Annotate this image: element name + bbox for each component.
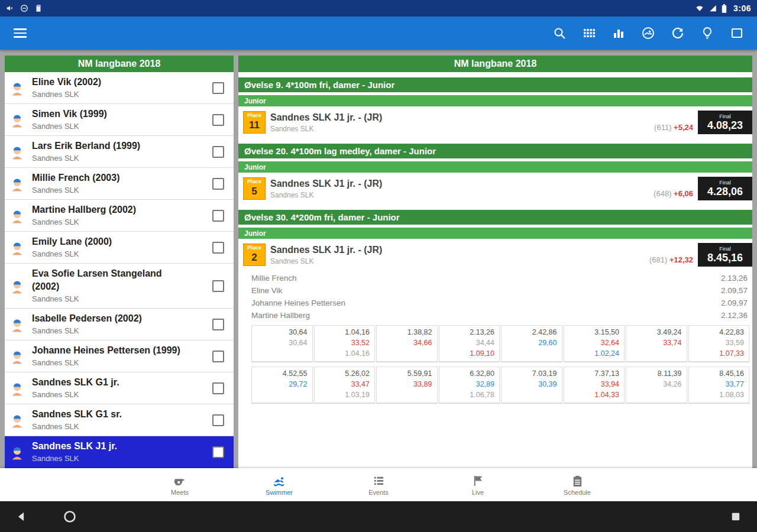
result-row[interactable]: Place 2 Sandnes SLK J1 jr. - (JR) Sandne… [238,239,752,271]
split-value: 33,94 [569,379,620,390]
square-outline-icon[interactable] [725,21,749,45]
battery-icon [722,4,727,13]
swimmer-text: Isabelle Pedersen (2002) Sandnes SLK [32,312,190,336]
swimmer-list-item[interactable]: Eline Vik (2002) Sandnes SLK [5,72,234,104]
swimmer-name: Simen Vik (1999) [32,108,190,121]
swimmer-club: Sandnes SLK [32,89,190,100]
back-icon[interactable] [9,505,33,528]
swimmer-checkbox[interactable] [212,382,224,394]
swimmer-club: Sandnes SLK [32,184,190,196]
swimmer-checkbox[interactable] [212,242,224,254]
swimmer-list-item[interactable]: Emily Lane (2000) Sandnes SLK [5,232,234,264]
split-value: 30,39 [506,379,557,390]
swimmer-list-item[interactable]: Simen Vik (1999) Sandnes SLK [5,104,234,136]
swimmer-club: Sandnes SLK [32,357,190,368]
swimmer-club: Sandnes SLK [32,389,190,400]
swimmer-text: Johanne Heines Pettersen (1999) Sandnes … [32,344,190,368]
grid-icon[interactable] [577,21,601,45]
split-value: 1.02,24 [569,348,620,359]
relay-leg-time: 2.09,97 [721,297,748,309]
result-row[interactable]: Place 5 Sandnes SLK J1 jr. - (JR) Sandne… [238,173,752,205]
points-value: (611) [654,123,671,132]
split-value: 5.26,02 [319,368,370,379]
nav-item-swimmer[interactable]: Swimmer [229,468,329,501]
bottom-navigation: MeetsSwimmerEventsLiveSchedule [0,468,757,501]
swimmer-list-item[interactable]: Lars Erik Berland (1999) Sandnes SLK [5,136,234,168]
split-value: 7.37,13 [569,368,620,379]
final-time: 8.45,16 [707,252,743,264]
swimmer-circle-icon[interactable] [636,21,660,45]
split-value: 7.03,19 [506,368,557,379]
swimmer-checkbox[interactable] [212,280,224,292]
split-value: 4.22,83 [694,327,745,338]
swimmer-checkbox[interactable] [212,210,224,222]
status-bar: 3:06 [0,0,757,17]
swimmer-list-item[interactable]: Millie French (2003) Sandnes SLK [5,168,234,200]
swimmer-club: Sandnes SLK [32,453,190,464]
result-row[interactable]: Place 11 Sandnes SLK J1 jr. - (JR) Sandn… [238,106,752,138]
search-icon[interactable] [548,21,571,45]
swimmer-checkbox[interactable] [212,146,224,158]
split-table: 4.52,5529,725.26,0233,471.03,195.59,9133… [251,366,749,403]
swimmer-checkbox[interactable] [212,178,224,190]
swimmer-list-item[interactable]: Sandnes SLK J1 jr. Sandnes SLK [5,436,234,468]
event-header[interactable]: Øvelse 30. 4*200m fri, damer - Junior [238,210,752,225]
event-section: Øvelse 9. 4*100m fri, damer - Junior Jun… [238,77,752,138]
swimmer-text: Eva Sofie Larsen Stangeland (2002) Sandn… [32,267,190,304]
relay-legs: Millie French2.13,26Eline Vik2.09,57Joha… [251,272,748,322]
split-value: 1.04,33 [569,390,620,400]
swimmer-name: Sandnes SLK G1 sr. [32,408,190,421]
age-group-bar: Junior [238,228,752,239]
split-value: 29,60 [506,338,557,348]
split-value: 29,72 [257,379,308,390]
swimmer-list-item[interactable]: Eva Sofie Larsen Stangeland (2002) Sandn… [5,264,234,309]
place-number: 5 [251,185,257,198]
swimmer-checkbox[interactable] [212,446,224,458]
split-value: 33,59 [694,338,745,348]
swimmer-list-item[interactable]: Isabelle Pedersen (2002) Sandnes SLK [5,309,234,340]
swimmer-checkbox[interactable] [212,319,224,330]
swimmer-list[interactable]: Eline Vik (2002) Sandnes SLK Simen Vik (… [5,72,234,468]
nav-item-schedule[interactable]: Schedule [528,468,627,501]
swimmer-list-item[interactable]: Martine Hallberg (2002) Sandnes SLK [5,200,234,232]
split-value: 1.04,16 [319,348,370,359]
home-icon[interactable] [58,505,82,528]
result-details: Millie French2.13,26Eline Vik2.09,57Joha… [238,272,752,403]
final-time: 4.28,06 [707,186,743,197]
swimmer-club: Sandnes SLK [32,216,190,228]
swimmer-checkbox[interactable] [212,414,224,426]
split-value: 3.49,24 [631,327,682,338]
team-club: Sandnes SLK [270,124,654,134]
swimmer-text: Eline Vik (2002) Sandnes SLK [32,76,190,100]
event-header[interactable]: Øvelse 9. 4*100m fri, damer - Junior [238,77,752,92]
swimmer-text: Millie French (2003) Sandnes SLK [32,171,190,196]
refresh-icon[interactable] [666,21,690,45]
swimmer-checkbox[interactable] [212,114,224,126]
nav-label: Events [368,489,389,496]
swimmer-checkbox[interactable] [212,351,224,362]
lightbulb-icon[interactable] [695,21,719,45]
swimmer-avatar-icon [9,80,27,96]
swimmer-checkbox[interactable] [212,82,224,94]
swimmer-avatar-icon [9,278,27,294]
swimmer-list-item[interactable]: Sandnes SLK G1 jr. Sandnes SLK [5,372,234,404]
swimmer-list-item[interactable]: Sandnes SLK G1 sr. Sandnes SLK [5,404,234,436]
relay-leg-row: Martine Hallberg2.12,36 [251,309,748,322]
bar-chart-icon[interactable] [607,21,630,45]
swimmer-club: Sandnes SLK [32,121,190,132]
cellular-signal-icon [709,4,717,12]
menu-icon[interactable] [8,21,32,45]
nav-item-meets[interactable]: Meets [130,468,229,501]
nav-item-events[interactable]: Events [329,468,428,501]
time-delta: +5,24 [674,123,693,132]
place-badge: Place 11 [243,111,266,134]
swimmer-list-item[interactable]: Johanne Heines Pettersen (1999) Sandnes … [5,340,234,372]
results-panel-title: NM langbane 2018 [238,56,752,72]
swimmer-club: Sandnes SLK [32,325,190,336]
swimmer-text: Sandnes SLK J1 jr. Sandnes SLK [32,440,190,464]
nav-item-live[interactable]: Live [428,468,528,501]
event-results-list[interactable]: Øvelse 9. 4*100m fri, damer - Junior Jun… [238,72,752,468]
recents-icon[interactable] [724,505,748,528]
event-header[interactable]: Øvelse 20. 4*100m lag medley, damer - Ju… [238,144,752,158]
age-group-bar: Junior [238,95,752,106]
